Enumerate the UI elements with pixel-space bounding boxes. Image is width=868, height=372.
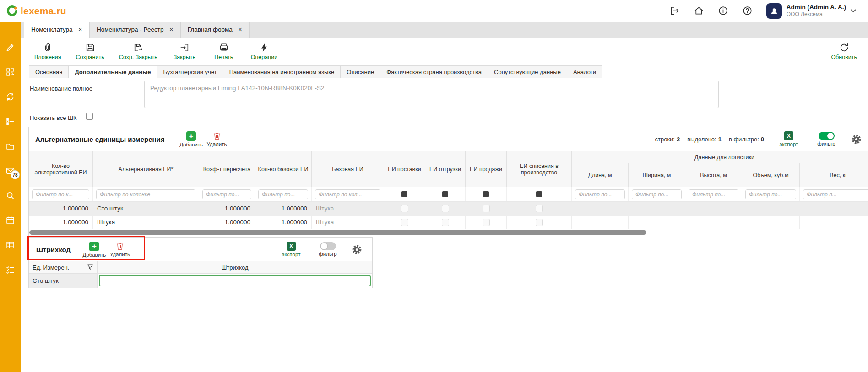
filter-funnel-icon[interactable] — [87, 264, 93, 270]
cell-height[interactable] — [685, 216, 742, 229]
print-button[interactable]: Печать — [212, 43, 236, 60]
alt-units-export-button[interactable]: X экспорт — [776, 131, 802, 147]
cell-shipment-checkbox[interactable] — [425, 216, 466, 229]
column-header-unit[interactable]: Ед. Измерен. — [29, 261, 98, 273]
logout-icon[interactable] — [669, 5, 680, 16]
column-header[interactable]: ЕИ продажи — [466, 151, 507, 187]
cell-width[interactable] — [629, 216, 685, 229]
barcode-delete-button[interactable]: Удалить — [107, 242, 133, 257]
subtab-soputstvuyushchie-dannye[interactable]: Сопутствующие данные — [488, 65, 567, 78]
operations-button[interactable]: Операции — [251, 43, 277, 60]
tab-close-icon[interactable]: × — [238, 26, 242, 33]
cell-supply-checkbox[interactable] — [384, 216, 425, 229]
column-header[interactable]: Альтернативная ЕИ* — [93, 151, 199, 187]
alt-units-add-button[interactable]: + Добавить — [179, 131, 204, 147]
cell-shipment-checkbox[interactable] — [425, 202, 466, 215]
column-header[interactable]: ЕИ списания в производство — [507, 151, 572, 187]
tab-nomenklatura[interactable]: Номенклатура × — [24, 22, 90, 38]
calendar-icon[interactable] — [5, 216, 15, 225]
attachments-button[interactable]: Вложения — [34, 43, 61, 60]
column-header[interactable]: Высота, м — [685, 163, 742, 187]
cell-qty-alt[interactable]: 1.000000 — [29, 216, 93, 229]
column-filter-input[interactable] — [315, 189, 380, 199]
filter-toggle-icon[interactable] — [819, 132, 835, 140]
folder-icon[interactable] — [5, 141, 15, 151]
subtab-strana-proizvodstva[interactable]: Фактическая страна производства — [380, 65, 488, 78]
subtab-inostrannye-naimenovaniya[interactable]: Наименования на иностранном языке — [223, 65, 341, 78]
column-header[interactable]: Вес, кг — [800, 163, 868, 187]
close-button[interactable]: Закрыть — [172, 43, 197, 60]
subtab-osnovnaya[interactable]: Основная — [29, 65, 68, 78]
alt-units-delete-button[interactable]: Удалить — [204, 131, 230, 147]
barcode-add-button[interactable]: + Добавить — [81, 242, 107, 258]
column-header[interactable]: Коэф-т пересчета — [199, 151, 255, 187]
column-header[interactable]: Базовая ЕИ — [312, 151, 384, 187]
tab-nomenklatura-reestr[interactable]: Номенклатура - Реестр × — [90, 22, 181, 38]
cell-volume[interactable] — [742, 202, 800, 215]
barcode-icon[interactable] — [5, 67, 15, 77]
alt-units-filter-toggle[interactable]: фильтр — [814, 132, 839, 146]
tab-close-icon[interactable]: × — [169, 26, 173, 33]
barcode-export-button[interactable]: X экспорт — [278, 242, 304, 257]
cell-supply-checkbox[interactable] — [384, 202, 425, 215]
cell-qty-base[interactable]: 1.000000 — [255, 216, 312, 229]
home-icon[interactable] — [694, 5, 704, 16]
cell-base-unit[interactable]: Штука — [312, 216, 384, 229]
cell-unit[interactable]: Сто штук — [29, 274, 98, 288]
lexema-logo[interactable]: lexema.ru — [6, 5, 66, 17]
column-filter-input[interactable] — [575, 189, 625, 199]
checklist-icon[interactable] — [5, 265, 15, 275]
sync-icon[interactable] — [5, 92, 15, 102]
column-filter-input[interactable] — [258, 189, 308, 199]
column-header-barcode[interactable]: Штрихкод — [98, 261, 372, 273]
list-icon[interactable] — [5, 117, 15, 126]
column-filter-input[interactable] — [202, 189, 251, 199]
mail-icon[interactable]: 78 — [5, 166, 15, 176]
search-icon[interactable] — [5, 191, 15, 200]
barcode-edit-input[interactable] — [99, 275, 371, 286]
cell-alt-unit[interactable]: Сто штук — [93, 202, 199, 215]
full-name-field[interactable]: Редуктор планетарный Liming FA142-10N-R8… — [144, 81, 719, 108]
column-filter-input[interactable] — [803, 189, 868, 199]
column-header[interactable]: ЕИ поставки — [384, 151, 425, 187]
column-header[interactable]: Ширина, м — [629, 163, 685, 187]
table-icon[interactable] — [5, 240, 15, 250]
filter-toggle-icon[interactable] — [320, 242, 336, 250]
chevron-down-icon[interactable] — [851, 9, 856, 13]
column-filter-input[interactable] — [689, 189, 738, 199]
cell-sale-checkbox[interactable] — [466, 216, 507, 229]
edit-icon[interactable] — [5, 43, 15, 52]
column-filter-checkbox[interactable] — [536, 191, 542, 197]
cell-coef[interactable]: 1.000000 — [199, 216, 255, 229]
gear-icon[interactable] — [851, 134, 862, 145]
cell-weight[interactable] — [800, 202, 868, 215]
column-filter-input[interactable] — [96, 189, 195, 199]
column-header[interactable]: Кол-во базовой ЕИ — [255, 151, 312, 187]
cell-writeoff-checkbox[interactable] — [507, 216, 572, 229]
cell-weight[interactable] — [800, 216, 868, 229]
cell-coef[interactable]: 1.000000 — [199, 202, 255, 215]
column-header[interactable]: Объем, куб.м — [742, 163, 800, 187]
cell-length[interactable] — [572, 202, 629, 215]
table-row[interactable]: Сто штук — [29, 274, 372, 288]
column-filter-checkbox[interactable] — [483, 191, 489, 197]
save-button[interactable]: Сохранить — [76, 43, 104, 60]
refresh-button[interactable]: Обновить — [831, 43, 857, 60]
column-filter-input[interactable] — [32, 189, 89, 199]
subtab-dopolnitelnye-dannye[interactable]: Дополнительные данные — [68, 65, 157, 78]
show-all-barcodes-checkbox[interactable] — [86, 113, 93, 120]
subtab-analogi[interactable]: Аналоги — [567, 65, 602, 78]
cell-length[interactable] — [572, 216, 629, 229]
info-icon[interactable] — [718, 5, 728, 16]
cell-height[interactable] — [685, 202, 742, 215]
cell-volume[interactable] — [742, 216, 800, 229]
cell-sale-checkbox[interactable] — [466, 202, 507, 215]
help-icon[interactable] — [742, 5, 753, 16]
column-header[interactable]: Длина, м — [572, 163, 629, 187]
column-filter-input[interactable] — [745, 189, 796, 199]
column-header[interactable]: ЕИ отгрузки — [425, 151, 466, 187]
user-menu[interactable]: Admin (Admin A. A.) ООО Лексема — [766, 3, 856, 19]
tab-glavnaya-forma[interactable]: Главная форма × — [181, 22, 250, 38]
subtab-opisanie[interactable]: Описание — [340, 65, 380, 78]
cell-qty-base[interactable]: 1.000000 — [255, 202, 312, 215]
